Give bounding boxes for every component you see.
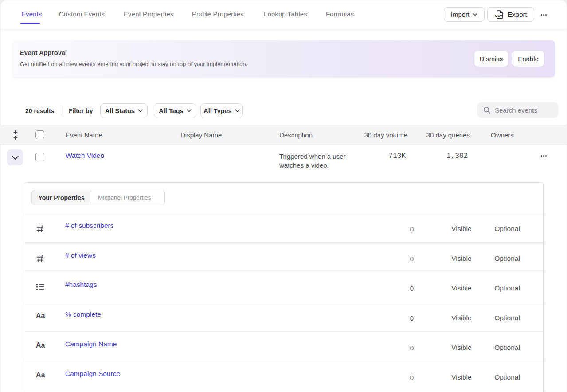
svg-text:CSV: CSV bbox=[495, 14, 503, 18]
